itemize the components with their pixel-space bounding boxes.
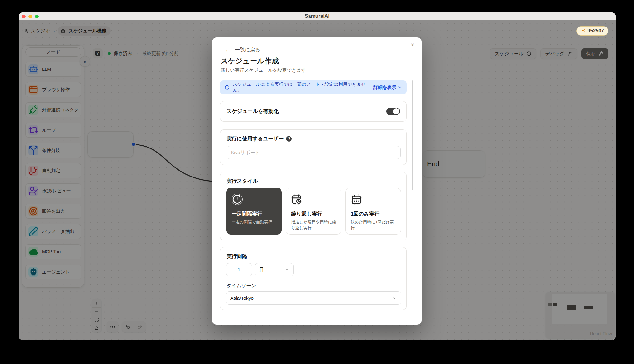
sparkles-icon xyxy=(581,28,586,33)
credits-badge[interactable]: 952507 xyxy=(576,26,608,36)
modal-scrollbar[interactable] xyxy=(412,80,413,190)
enable-schedule-label: スケジュールを有効化 xyxy=(227,108,279,115)
execution-user-label: 実行に使用するユーザー xyxy=(227,135,284,142)
close-icon[interactable]: ✕ xyxy=(409,41,416,49)
timezone-select[interactable]: Asia/Tokyo xyxy=(226,291,401,305)
schedule-modal: ✕ ← 一覧に戻る スケジュール作成 新しい実行スケジュールを設定できます スケ… xyxy=(212,37,422,325)
calendar-clock-icon xyxy=(291,194,302,205)
interval-unit-select[interactable]: 日 xyxy=(255,263,294,276)
traffic-light-minimize[interactable] xyxy=(28,15,32,18)
interval-label: 実行間隔 xyxy=(227,253,247,260)
canvas-area: End スタジオ › スケジュール機能 ? 保存済み xyxy=(19,20,616,340)
timezone-label: タイムゾーン xyxy=(227,283,256,289)
execution-style-option[interactable]: 繰り返し実行 指定した曜日や日時に繰り返し実行 xyxy=(286,188,341,235)
calendar-icon xyxy=(351,194,362,205)
modal-subtitle: 新しい実行スケジュールを設定できます xyxy=(221,67,306,73)
app-window: SamuraiAI End スタジオ › スケジュール機能 xyxy=(19,12,616,340)
window-title: SamuraiAI xyxy=(305,13,329,19)
window-titlebar: SamuraiAI xyxy=(19,12,616,20)
modal-title: スケジュール作成 xyxy=(221,56,279,66)
timer-icon xyxy=(232,194,243,205)
execution-style-label: 実行スタイル xyxy=(227,178,258,185)
back-arrow-icon: ← xyxy=(225,47,230,53)
screen: SamuraiAI End スタジオ › スケジュール機能 xyxy=(0,0,634,364)
enable-schedule-card: スケジュールを有効化 xyxy=(220,101,407,122)
chevron-down-icon xyxy=(285,268,289,272)
execution-style-options: 一定間隔実行 一定の間隔で自動実行 繰り返し実行 指定した曜日や日時に繰り返し実… xyxy=(226,188,401,235)
info-banner: スケジュールによる実行では一部のノード・設定は利用できません。 詳細を表示 xyxy=(220,80,407,94)
execution-style-option[interactable]: 1回のみ実行 決めた日時に1回だけ実行 xyxy=(345,188,401,235)
execution-style-card: 実行スタイル 一定間隔実行 一定の間隔で自動実行 繰り返し実行 指定した曜日や日… xyxy=(220,172,407,240)
execution-style-option[interactable]: 一定間隔実行 一定の間隔で自動実行 xyxy=(226,188,282,235)
info-icon xyxy=(225,85,230,90)
show-details-link[interactable]: 詳細を表示 xyxy=(373,85,402,90)
traffic-light-zoom[interactable] xyxy=(35,15,39,18)
interval-card: 実行間隔 日 タイムゾーン Asia/Tokyo xyxy=(220,247,407,310)
chevron-down-icon xyxy=(393,296,397,300)
info-banner-text: スケジュールによる実行では一部のノード・設定は利用できません。 xyxy=(233,81,370,93)
execution-user-input[interactable] xyxy=(227,146,401,159)
traffic-light-close[interactable] xyxy=(22,15,26,18)
back-to-list-link[interactable]: ← 一覧に戻る xyxy=(225,47,260,53)
help-circle-icon[interactable]: ? xyxy=(286,136,292,142)
chevron-down-icon xyxy=(397,85,402,90)
interval-value-input[interactable] xyxy=(226,263,252,276)
enable-schedule-toggle[interactable] xyxy=(386,108,400,115)
execution-user-card: 実行に使用するユーザー ? xyxy=(220,129,407,165)
